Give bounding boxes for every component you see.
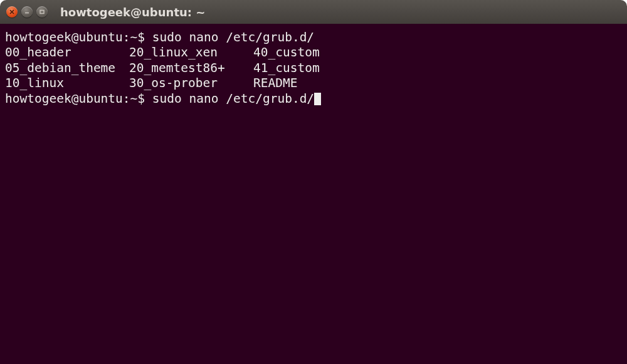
file-entry: 20_memtest86+ <box>129 61 253 76</box>
terminal-body[interactable]: howtogeek@ubuntu:~$ sudo nano /etc/grub.… <box>0 24 627 364</box>
window-title: howtogeek@ubuntu: ~ <box>60 6 205 19</box>
file-entry: 10_linux <box>5 76 129 91</box>
prompt-line-2: howtogeek@ubuntu:~$ sudo nano /etc/grub.… <box>5 91 314 106</box>
prompt-path: ~ <box>130 30 138 44</box>
maximize-icon <box>39 9 45 15</box>
file-entry: 41_custom <box>253 61 320 76</box>
titlebar[interactable]: howtogeek@ubuntu: ~ <box>0 0 627 24</box>
minimize-button[interactable] <box>21 6 33 18</box>
maximize-button[interactable] <box>36 6 48 18</box>
minimize-icon <box>24 9 30 15</box>
close-button[interactable] <box>6 6 18 18</box>
file-entry: 05_debian_theme <box>5 61 129 76</box>
prompt-line-1: howtogeek@ubuntu:~$ sudo nano /etc/grub.… <box>5 30 314 44</box>
prompt-user-host: howtogeek@ubuntu <box>5 91 123 106</box>
file-entry: 30_os-prober <box>129 76 253 91</box>
svg-rect-0 <box>40 11 44 14</box>
file-entry: 00_header <box>5 45 129 60</box>
file-entry: README <box>253 76 297 91</box>
close-icon <box>9 9 15 15</box>
command-text: sudo nano /etc/grub.d/ <box>152 30 314 44</box>
terminal-window: howtogeek@ubuntu: ~ howtogeek@ubuntu:~$ … <box>0 0 627 364</box>
prompt-user-host: howtogeek@ubuntu <box>5 30 123 44</box>
file-entry: 40_custom <box>253 45 320 60</box>
listing-row: 05_debian_theme20_memtest86+41_custom <box>5 61 622 76</box>
command-text: sudo nano /etc/grub.d/ <box>152 91 314 106</box>
listing-row: 00_header20_linux_xen40_custom <box>5 45 622 60</box>
file-entry: 20_linux_xen <box>129 45 253 60</box>
prompt-path: ~ <box>130 91 138 106</box>
listing-row: 10_linux30_os-proberREADME <box>5 76 622 91</box>
cursor <box>314 93 321 105</box>
